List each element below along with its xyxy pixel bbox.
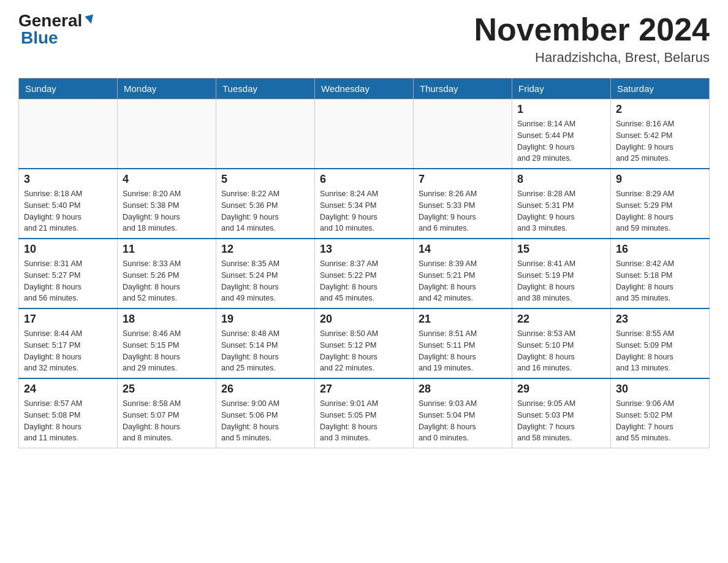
day-info: Sunrise: 8:35 AMSunset: 5:24 PMDaylight:… (221, 258, 309, 304)
day-info: Sunrise: 8:53 AMSunset: 5:10 PMDaylight:… (517, 328, 605, 374)
table-row (19, 99, 118, 169)
day-number: 3 (24, 173, 112, 186)
col-wednesday: Wednesday (315, 79, 414, 99)
day-number: 13 (320, 243, 408, 256)
day-number: 16 (616, 243, 704, 256)
day-number: 17 (24, 313, 112, 326)
day-info: Sunrise: 8:33 AMSunset: 5:26 PMDaylight:… (123, 258, 211, 304)
day-info: Sunrise: 8:55 AMSunset: 5:09 PMDaylight:… (616, 328, 704, 374)
day-number: 4 (123, 173, 211, 186)
day-info: Sunrise: 8:29 AMSunset: 5:29 PMDaylight:… (616, 188, 704, 234)
table-row: 14Sunrise: 8:39 AMSunset: 5:21 PMDayligh… (414, 239, 512, 308)
col-saturday: Saturday (611, 79, 710, 99)
day-info: Sunrise: 9:00 AMSunset: 5:06 PMDaylight:… (221, 398, 309, 444)
day-number: 1 (517, 103, 605, 116)
table-row: 28Sunrise: 9:03 AMSunset: 5:04 PMDayligh… (414, 378, 512, 448)
table-row: 7Sunrise: 8:26 AMSunset: 5:33 PMDaylight… (414, 169, 512, 239)
day-info: Sunrise: 8:39 AMSunset: 5:21 PMDaylight:… (419, 258, 507, 304)
table-row: 15Sunrise: 8:41 AMSunset: 5:19 PMDayligh… (512, 239, 611, 308)
day-number: 28 (419, 383, 507, 396)
table-row (216, 99, 315, 169)
day-info: Sunrise: 8:14 AMSunset: 5:44 PMDaylight:… (517, 118, 605, 164)
day-info: Sunrise: 8:31 AMSunset: 5:27 PMDaylight:… (24, 258, 112, 304)
calendar-week-row: 10Sunrise: 8:31 AMSunset: 5:27 PMDayligh… (19, 239, 710, 308)
calendar-week-row: 17Sunrise: 8:44 AMSunset: 5:17 PMDayligh… (19, 308, 710, 378)
day-info: Sunrise: 9:05 AMSunset: 5:03 PMDaylight:… (517, 398, 605, 444)
day-info: Sunrise: 8:16 AMSunset: 5:42 PMDaylight:… (616, 118, 704, 164)
day-number: 2 (616, 103, 704, 116)
day-number: 9 (616, 173, 704, 186)
day-info: Sunrise: 8:48 AMSunset: 5:14 PMDaylight:… (221, 328, 309, 374)
day-info: Sunrise: 8:58 AMSunset: 5:07 PMDaylight:… (123, 398, 211, 444)
day-info: Sunrise: 8:44 AMSunset: 5:17 PMDaylight:… (24, 328, 112, 374)
logo-general-text: General (18, 12, 82, 29)
table-row: 11Sunrise: 8:33 AMSunset: 5:26 PMDayligh… (118, 239, 216, 308)
day-info: Sunrise: 8:20 AMSunset: 5:38 PMDaylight:… (123, 188, 211, 234)
day-number: 7 (419, 173, 507, 186)
day-number: 24 (24, 383, 112, 396)
table-row: 10Sunrise: 8:31 AMSunset: 5:27 PMDayligh… (19, 239, 118, 308)
day-info: Sunrise: 8:28 AMSunset: 5:31 PMDaylight:… (517, 188, 605, 234)
table-row: 6Sunrise: 8:24 AMSunset: 5:34 PMDaylight… (315, 169, 414, 239)
day-number: 21 (419, 313, 507, 326)
day-number: 20 (320, 313, 408, 326)
table-row (414, 99, 512, 169)
table-row: 19Sunrise: 8:48 AMSunset: 5:14 PMDayligh… (216, 308, 315, 378)
table-row: 20Sunrise: 8:50 AMSunset: 5:12 PMDayligh… (315, 308, 414, 378)
day-number: 6 (320, 173, 408, 186)
day-number: 18 (123, 313, 211, 326)
day-number: 8 (517, 173, 605, 186)
table-row: 8Sunrise: 8:28 AMSunset: 5:31 PMDaylight… (512, 169, 611, 239)
day-number: 14 (419, 243, 507, 256)
table-row: 18Sunrise: 8:46 AMSunset: 5:15 PMDayligh… (118, 308, 216, 378)
svg-marker-0 (85, 14, 96, 25)
day-number: 5 (221, 173, 309, 186)
table-row: 27Sunrise: 9:01 AMSunset: 5:05 PMDayligh… (315, 378, 414, 448)
day-info: Sunrise: 8:51 AMSunset: 5:11 PMDaylight:… (419, 328, 507, 374)
table-row (315, 99, 414, 169)
day-number: 15 (517, 243, 605, 256)
title-section: November 2024 Haradzishcha, Brest, Belar… (474, 12, 710, 66)
day-number: 11 (123, 243, 211, 256)
table-row: 5Sunrise: 8:22 AMSunset: 5:36 PMDaylight… (216, 169, 315, 239)
table-row: 29Sunrise: 9:05 AMSunset: 5:03 PMDayligh… (512, 378, 611, 448)
table-row: 23Sunrise: 8:55 AMSunset: 5:09 PMDayligh… (611, 308, 710, 378)
table-row: 13Sunrise: 8:37 AMSunset: 5:22 PMDayligh… (315, 239, 414, 308)
col-monday: Monday (118, 79, 216, 99)
table-row: 24Sunrise: 8:57 AMSunset: 5:08 PMDayligh… (19, 378, 118, 448)
day-number: 26 (221, 383, 309, 396)
day-number: 25 (123, 383, 211, 396)
table-row: 22Sunrise: 8:53 AMSunset: 5:10 PMDayligh… (512, 308, 611, 378)
day-number: 12 (221, 243, 309, 256)
col-sunday: Sunday (19, 79, 118, 99)
day-info: Sunrise: 8:24 AMSunset: 5:34 PMDaylight:… (320, 188, 408, 234)
day-number: 23 (616, 313, 704, 326)
day-info: Sunrise: 9:01 AMSunset: 5:05 PMDaylight:… (320, 398, 408, 444)
col-thursday: Thursday (414, 79, 512, 99)
table-row: 12Sunrise: 8:35 AMSunset: 5:24 PMDayligh… (216, 239, 315, 308)
table-row: 3Sunrise: 8:18 AMSunset: 5:40 PMDaylight… (19, 169, 118, 239)
table-row: 25Sunrise: 8:58 AMSunset: 5:07 PMDayligh… (118, 378, 216, 448)
logo-triangle-icon (83, 13, 97, 26)
table-row: 2Sunrise: 8:16 AMSunset: 5:42 PMDaylight… (611, 99, 710, 169)
table-row: 1Sunrise: 8:14 AMSunset: 5:44 PMDaylight… (512, 99, 611, 169)
day-info: Sunrise: 8:18 AMSunset: 5:40 PMDaylight:… (24, 188, 112, 234)
day-number: 22 (517, 313, 605, 326)
day-number: 19 (221, 313, 309, 326)
day-info: Sunrise: 8:46 AMSunset: 5:15 PMDaylight:… (123, 328, 211, 374)
day-info: Sunrise: 9:03 AMSunset: 5:04 PMDaylight:… (419, 398, 507, 444)
table-row: 9Sunrise: 8:29 AMSunset: 5:29 PMDaylight… (611, 169, 710, 239)
col-tuesday: Tuesday (216, 79, 315, 99)
page-header: General Blue November 2024 Haradzishcha,… (18, 12, 710, 66)
table-row: 4Sunrise: 8:20 AMSunset: 5:38 PMDaylight… (118, 169, 216, 239)
calendar-week-row: 3Sunrise: 8:18 AMSunset: 5:40 PMDaylight… (19, 169, 710, 239)
table-row: 26Sunrise: 9:00 AMSunset: 5:06 PMDayligh… (216, 378, 315, 448)
day-number: 10 (24, 243, 112, 256)
table-row: 30Sunrise: 9:06 AMSunset: 5:02 PMDayligh… (611, 378, 710, 448)
day-number: 29 (517, 383, 605, 396)
calendar-week-row: 24Sunrise: 8:57 AMSunset: 5:08 PMDayligh… (19, 378, 710, 448)
day-info: Sunrise: 9:06 AMSunset: 5:02 PMDaylight:… (616, 398, 704, 444)
day-info: Sunrise: 8:37 AMSunset: 5:22 PMDaylight:… (320, 258, 408, 304)
logo-blue-text: Blue (21, 28, 58, 47)
calendar-table: Sunday Monday Tuesday Wednesday Thursday… (18, 78, 710, 448)
